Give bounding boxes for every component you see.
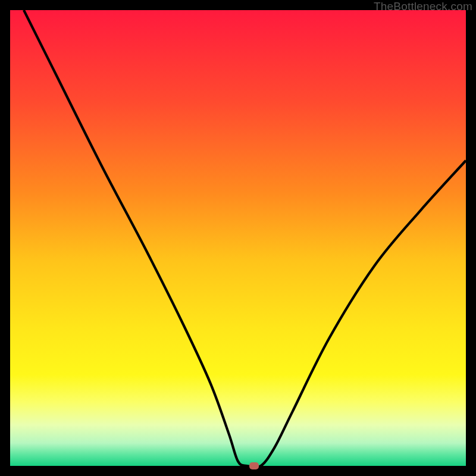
bottleneck-curve bbox=[10, 10, 466, 466]
optimum-marker bbox=[249, 462, 259, 469]
watermark-text: TheBottleneck.com bbox=[374, 0, 472, 13]
chart-frame: TheBottleneck.com bbox=[0, 0, 476, 476]
plot-area bbox=[10, 10, 466, 466]
